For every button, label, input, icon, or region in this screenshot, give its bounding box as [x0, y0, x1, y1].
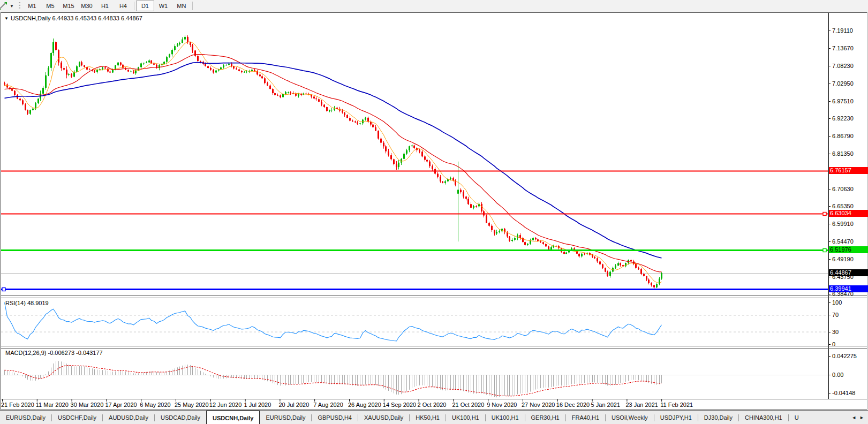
- rsi-indicator-label: RSI(14) 48.9019: [5, 300, 49, 306]
- date-axis-label: 23 Jan 2021: [625, 402, 658, 408]
- ma-line-medium: [5, 55, 662, 272]
- tab-ger30-h1[interactable]: GER30,H1: [525, 411, 565, 424]
- rsi-axis-label: 0: [832, 341, 835, 347]
- timeframe-button-d1[interactable]: D1: [136, 1, 154, 11]
- price-axis-label: 7.13670: [832, 45, 854, 51]
- tab-china300-h1[interactable]: CHINA300,H1: [739, 411, 788, 424]
- timeframe-buttons: M1M5M15M30H1H4D1W1MN: [23, 1, 194, 11]
- price-tag-6.76157: 6.76157: [829, 167, 868, 174]
- macd-axis-label: 0.042275: [832, 353, 857, 359]
- macd-histogram-series: [5, 361, 662, 397]
- timeframe-button-w1[interactable]: W1: [154, 1, 172, 11]
- moving-average-lines: [5, 42, 662, 283]
- date-axis-label: 17 Apr 2020: [105, 402, 137, 408]
- date-axis-label: 20 Jul 2020: [278, 402, 309, 408]
- tab-usoil-weekly[interactable]: USOil,Weekly: [606, 411, 654, 424]
- date-axis-label: 26 Aug 2020: [348, 402, 381, 408]
- date-axis-label: 30 Mar 2020: [71, 402, 104, 408]
- timeframe-button-m30[interactable]: M30: [78, 1, 96, 11]
- macd-axis-label: -0.04148: [832, 390, 855, 396]
- date-axis-label: 12 Jun 2020: [209, 402, 242, 408]
- date-axis-label: 7 Aug 2020: [313, 402, 343, 408]
- price-tag-6.39941: 6.39941: [829, 285, 868, 292]
- rsi-axis-label: 100: [832, 299, 842, 306]
- chart-area[interactable]: 7.191107.136707.082307.029506.975106.922…: [0, 12, 868, 410]
- ma-line-fast: [5, 42, 662, 283]
- price-tag-6.63034: 6.63034: [829, 210, 868, 217]
- price-axis-label: 6.70630: [832, 186, 854, 192]
- price-axis-label: 7.19110: [832, 27, 853, 34]
- date-axis-label: 1 Jul 2020: [244, 402, 271, 408]
- timeframe-toolbar: ▼ M1M5M15M30H1H4D1W1MN: [0, 0, 868, 12]
- timeframe-button-m5[interactable]: M5: [41, 1, 59, 11]
- price-axis-label: 6.86790: [832, 133, 854, 139]
- tab-u[interactable]: U: [789, 411, 805, 424]
- line-handle-6.51976[interactable]: [823, 249, 826, 252]
- symbol-dropdown-icon[interactable]: ▼: [4, 16, 9, 21]
- rsi-axis-label: 30: [832, 329, 839, 335]
- date-axis-label: 2 Oct 2020: [418, 402, 447, 408]
- date-axis-label: 11 Mar 2020: [36, 402, 69, 408]
- tab-fra40-h1[interactable]: FRA40,H1: [566, 411, 605, 424]
- tab-uk100-h1[interactable]: UK100,H1: [446, 411, 485, 424]
- chart-title-ohlc: 6.44933 6.45343 6.44833 6.44867: [52, 15, 142, 21]
- cursor-tool-icon[interactable]: [0, 2, 9, 10]
- tab-scroll-left-icon[interactable]: ◄: [850, 415, 858, 420]
- tab-usdchf-daily[interactable]: USDCHF,Daily: [52, 411, 102, 424]
- chart-tab-bar: EURUSD,DailyUSDCHF,DailyAUDUSD,DailyUSDC…: [0, 410, 868, 424]
- date-axis-label: 21 Oct 2020: [452, 402, 484, 408]
- tab-dj30-daily[interactable]: DJ30,Daily: [698, 411, 738, 424]
- tab-eurusd-daily[interactable]: EURUSD,Daily: [0, 411, 51, 424]
- tab-usdcnh-daily[interactable]: USDCNH,Daily: [206, 411, 260, 424]
- date-axis-label: 21 Feb 2020: [1, 402, 34, 408]
- date-axis-label: 5 Jan 2021: [591, 402, 620, 408]
- date-axis-label: 16 Dec 2020: [556, 402, 590, 408]
- tab-uk100-h1[interactable]: UK100,H1: [486, 411, 525, 424]
- timeframe-button-h4[interactable]: H4: [114, 1, 132, 11]
- price-axis-label: 6.97510: [832, 98, 854, 104]
- price-axis-label: 6.54470: [832, 238, 854, 245]
- timeframe-button-m15[interactable]: M15: [59, 1, 78, 11]
- macd-signal-line: [5, 365, 662, 396]
- tool-dropdown-icon[interactable]: ▼: [10, 4, 14, 9]
- price-axis-label: 6.49190: [832, 256, 854, 262]
- date-axis-label: 11 Feb 2021: [660, 402, 693, 408]
- toolbar-separator: [192, 2, 193, 10]
- tab-xauusd-daily[interactable]: XAUUSD,Daily: [358, 411, 409, 424]
- price-axis-label: 6.81350: [832, 150, 854, 157]
- price-axis-label: 6.92230: [832, 115, 854, 122]
- horizontal-line-objects: [1, 171, 828, 291]
- price-axis-label: 6.65350: [832, 203, 854, 209]
- timeframe-button-mn[interactable]: MN: [172, 1, 191, 11]
- toolbar-separator: [134, 2, 134, 10]
- price-axis-label: 7.02950: [832, 80, 854, 87]
- line-handle-6.39941[interactable]: [2, 288, 5, 291]
- price-axis-label: 6.59910: [832, 221, 854, 227]
- date-axis-label: 6 May 2020: [140, 402, 170, 408]
- rsi-line-series: [5, 302, 662, 341]
- chart-title-symbol: USDCNH,Daily: [11, 15, 51, 21]
- timeframe-button-h1[interactable]: H1: [96, 1, 114, 11]
- date-axis-label: 27 Nov 2020: [522, 402, 555, 408]
- date-axis-label: 25 May 2020: [175, 402, 209, 408]
- timeframe-button-m1[interactable]: M1: [23, 1, 41, 11]
- tab-audusd-daily[interactable]: AUDUSD,Daily: [103, 411, 154, 424]
- chart-canvas[interactable]: 7.191107.136707.082307.029506.975106.922…: [0, 12, 868, 410]
- tab-usdcad-daily[interactable]: USDCAD,Daily: [155, 411, 206, 424]
- tab-hk50-h1[interactable]: HK50,H1: [410, 411, 446, 424]
- price-axis-label: 7.08230: [832, 63, 854, 69]
- macd-axis-label: 0.00: [832, 372, 843, 378]
- tab-eurusd-daily[interactable]: EURUSD,Daily: [260, 411, 311, 424]
- line-handle-6.63034[interactable]: [823, 213, 826, 216]
- tab-usdjpy-h1[interactable]: USDJPY,H1: [654, 411, 698, 424]
- date-axis-label: 14 Sep 2020: [383, 402, 416, 408]
- tab-scroll-arrows: ◄ ►: [848, 411, 868, 424]
- rsi-axis-label: 70: [832, 312, 839, 318]
- current-price-tag: 6.44867: [829, 269, 868, 276]
- toolbar-grip[interactable]: [18, 2, 21, 10]
- ma-line-slow: [5, 63, 662, 258]
- tab-gbpusd-h4[interactable]: GBPUSD,H4: [312, 411, 358, 424]
- macd-indicator-label: MACD(12,26,9) -0.006273 -0.043177: [5, 350, 103, 356]
- chart-title: ▼USDCNH,Daily 6.44933 6.45343 6.44833 6.…: [4, 15, 142, 21]
- tab-scroll-right-icon[interactable]: ►: [858, 415, 866, 420]
